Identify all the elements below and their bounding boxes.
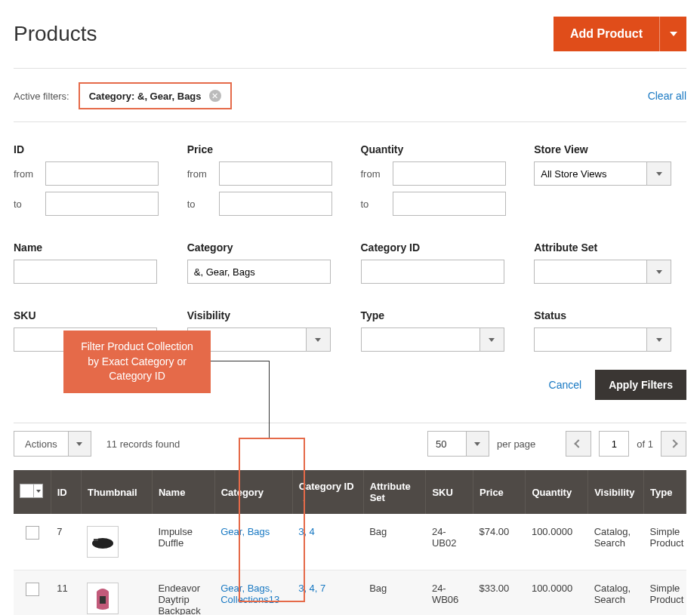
filter-quantity-label: Quantity	[361, 143, 513, 155]
filter-attribute-set-label: Attribute Set	[534, 241, 686, 254]
col-id[interactable]: ID	[51, 470, 81, 514]
table-header-row: ID Thumbnail Name Category Category ID↓ …	[14, 470, 686, 514]
filter-type-label: Type	[361, 309, 513, 321]
cell-visibility: Catalog, Search	[588, 570, 644, 616]
page-total: of 1	[637, 438, 653, 450]
filter-category-id-label: Category ID	[361, 241, 513, 254]
id-to-input[interactable]	[45, 192, 159, 216]
caret-down-icon	[670, 32, 677, 36]
per-page-toggle[interactable]	[467, 431, 489, 457]
filter-panel: ID from to Price from to Quantity from t…	[14, 122, 686, 352]
status-dropdown[interactable]	[647, 327, 671, 352]
col-category[interactable]: Category	[214, 470, 292, 514]
col-type[interactable]: Type	[644, 470, 686, 514]
callout-connector-h	[211, 361, 270, 361]
active-filter-chip-text: Category: &, Gear, Bags	[89, 91, 202, 102]
price-to-input[interactable]	[219, 192, 332, 216]
store-view-dropdown[interactable]	[647, 161, 671, 186]
store-view-select[interactable]	[534, 161, 647, 186]
category-id-link[interactable]: 3, 4, 7	[298, 583, 325, 594]
cell-id: 7	[51, 514, 81, 570]
per-page-select[interactable]: 50	[427, 431, 489, 457]
filter-category-id: Category ID	[361, 241, 513, 284]
add-product-group: Add Product	[554, 17, 686, 51]
cancel-link[interactable]: Cancel	[549, 379, 582, 391]
add-product-dropdown[interactable]	[659, 17, 686, 51]
col-thumbnail[interactable]: Thumbnail	[81, 470, 152, 514]
col-visibility[interactable]: Visibility	[588, 470, 644, 514]
prev-page-button[interactable]	[566, 431, 591, 457]
cell-category-id: 3, 4, 7	[292, 570, 363, 616]
filter-sku-label: SKU	[14, 309, 166, 321]
caret-down-icon	[656, 172, 662, 176]
type-dropdown[interactable]	[480, 327, 504, 352]
caret-down-icon	[76, 442, 82, 446]
col-price[interactable]: Price	[473, 470, 526, 514]
bag-icon	[90, 534, 116, 549]
sort-arrow-icon: ↓	[302, 494, 307, 503]
category-link[interactable]: Gear, Bags	[220, 526, 270, 537]
callout-connector-v	[269, 361, 270, 438]
price-from-input[interactable]	[219, 161, 332, 186]
quantity-to-input[interactable]	[393, 192, 506, 216]
col-category-id[interactable]: Category ID↓	[292, 470, 363, 514]
table-row[interactable]: 11 Endeavor Daytrip Backpack Gear, Bags,…	[14, 570, 686, 616]
per-page-value: 50	[427, 431, 467, 457]
cell-type: Simple Product	[644, 570, 686, 616]
filter-price-label: Price	[187, 143, 340, 155]
category-input[interactable]	[187, 260, 331, 284]
visibility-dropdown[interactable]	[307, 327, 331, 352]
annotation-callout: Filter Product Collection by Exact Categ…	[63, 331, 211, 393]
clear-all-link[interactable]: Clear all	[648, 90, 686, 102]
cell-category-id: 3, 4	[292, 514, 363, 570]
remove-filter-icon[interactable]: ✕	[209, 90, 221, 102]
next-page-button[interactable]	[661, 431, 686, 457]
cell-thumbnail	[81, 570, 152, 616]
add-product-button[interactable]: Add Product	[554, 17, 659, 51]
filter-id: ID from to	[14, 143, 166, 216]
type-select[interactable]	[361, 327, 480, 352]
row-checkbox[interactable]	[26, 583, 39, 596]
apply-filters-button[interactable]: Apply Filters	[595, 370, 686, 400]
caret-down-icon	[315, 338, 321, 342]
col-attribute-set[interactable]: Attribute Set	[363, 470, 426, 514]
filter-category: Category	[187, 241, 340, 284]
quantity-from-input[interactable]	[393, 161, 506, 186]
cell-visibility: Catalog, Search	[588, 514, 644, 570]
page-title: Products	[14, 22, 97, 46]
page-header: Products Add Product	[14, 8, 686, 69]
filter-attribute-set: Attribute Set	[534, 241, 686, 284]
attribute-set-select[interactable]	[534, 260, 647, 284]
actions-toggle[interactable]	[68, 432, 91, 456]
actions-dropdown[interactable]: Actions	[14, 431, 91, 457]
col-quantity[interactable]: Quantity	[526, 470, 588, 514]
select-all-toggle[interactable]	[34, 484, 43, 498]
caret-down-icon	[656, 338, 662, 342]
svg-rect-1	[94, 539, 98, 541]
id-from-input[interactable]	[45, 161, 159, 186]
category-link[interactable]: Gear, Bags, Collections13	[220, 583, 279, 605]
table-row[interactable]: 7 Impulse Duffle Gear, Bags 3, 4 Bag 24-…	[14, 514, 686, 570]
svg-rect-2	[100, 596, 106, 604]
category-id-link[interactable]: 3, 4	[298, 526, 315, 537]
select-all-checkbox[interactable]	[20, 484, 34, 498]
filter-id-label: ID	[14, 143, 166, 155]
cell-attribute-set: Bag	[363, 570, 426, 616]
status-select[interactable]	[534, 327, 647, 352]
col-checkbox	[14, 470, 51, 514]
page-input[interactable]	[599, 431, 629, 457]
cell-sku: 24-WB06	[426, 570, 473, 616]
col-name[interactable]: Name	[152, 470, 214, 514]
actions-label: Actions	[14, 432, 68, 456]
col-sku[interactable]: SKU	[426, 470, 473, 514]
backpack-icon	[92, 586, 113, 611]
product-thumbnail	[87, 526, 119, 558]
cell-quantity: 100.0000	[526, 514, 588, 570]
attribute-set-dropdown[interactable]	[647, 260, 671, 284]
active-filter-chip: Category: &, Gear, Bags ✕	[79, 82, 232, 109]
pager: 50 per page of 1	[427, 431, 686, 457]
row-checkbox[interactable]	[26, 526, 39, 540]
name-input[interactable]	[14, 260, 157, 284]
cell-price: $33.00	[473, 570, 526, 616]
category-id-input[interactable]	[361, 260, 504, 284]
